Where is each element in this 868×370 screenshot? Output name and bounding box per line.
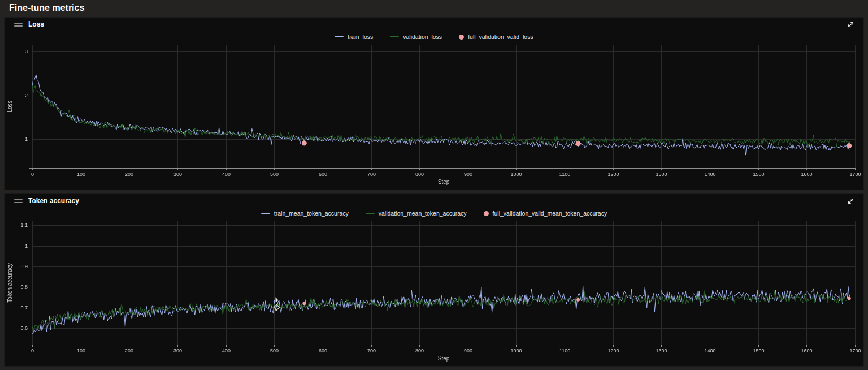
validation-accuracy-line-swatch [366,213,375,214]
legend-item-validation-mean-token-accuracy[interactable]: validation_mean_token_accuracy [366,210,467,217]
legend-item-full-validation-mean-token-accuracy[interactable]: full_validation_valid_mean_token_accurac… [484,210,607,217]
token-accuracy-panel-title: Token accuracy [28,197,79,205]
full-validation-dot-swatch [484,211,489,216]
legend-label: full_validation_valid_mean_token_accurac… [493,210,607,217]
legend-item-full-validation-loss[interactable]: full_validation_valid_loss [459,33,533,40]
loss-chart-canvas[interactable] [5,42,863,188]
token-accuracy-chart-canvas[interactable] [5,219,863,365]
legend-label: train_mean_token_accuracy [274,210,349,217]
loss-panel: Loss train_loss validation_loss full_val… [4,17,864,190]
loss-panel-header: Loss [5,18,863,31]
expand-icon[interactable] [845,196,856,206]
legend-label: validation_loss [403,33,442,40]
page-title: Fine-tune metrics [0,0,868,17]
expand-icon[interactable] [845,19,856,29]
token-accuracy-panel-header: Token accuracy [5,194,863,208]
legend-item-train-loss[interactable]: train_loss [335,33,373,40]
full-validation-dot-swatch [459,35,464,40]
token-accuracy-panel: Token accuracy train_mean_token_accuracy… [4,193,864,367]
token-accuracy-legend: train_mean_token_accuracy validation_mea… [5,208,863,219]
drag-handle-icon[interactable] [14,199,23,203]
validation-loss-line-swatch [390,36,399,37]
legend-item-validation-loss[interactable]: validation_loss [390,33,442,40]
legend-item-train-mean-token-accuracy[interactable]: train_mean_token_accuracy [261,210,349,217]
train-accuracy-line-swatch [261,213,270,214]
legend-label: train_loss [348,33,373,40]
loss-legend: train_loss validation_loss full_validati… [5,31,863,42]
legend-label: full_validation_valid_loss [468,33,533,40]
train-loss-line-swatch [335,36,344,37]
drag-handle-icon[interactable] [14,23,23,27]
loss-panel-title: Loss [28,20,44,28]
legend-label: validation_mean_token_accuracy [379,210,467,217]
